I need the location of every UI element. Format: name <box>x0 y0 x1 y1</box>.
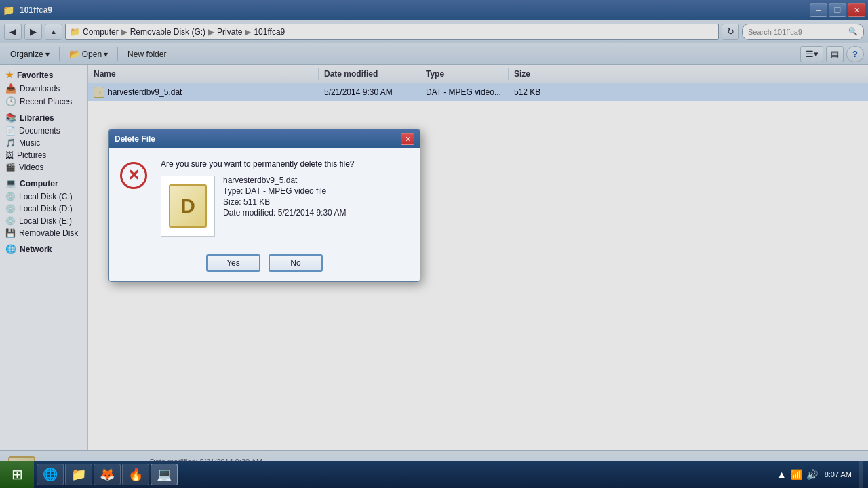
tray-arrow-icon[interactable]: ▲ <box>777 469 787 480</box>
computer-label: Computer <box>20 179 58 188</box>
column-header-type[interactable]: Type <box>420 68 509 80</box>
preview-pane-button[interactable]: ▤ <box>826 46 844 62</box>
file-row[interactable]: D harvesterdbv9_5.dat 5/21/2014 9:30 AM … <box>88 83 868 101</box>
sidebar-item-removable[interactable]: 💾 Removable Disk <box>0 227 87 239</box>
file-name-cell[interactable]: D harvesterdbv9_5.dat <box>88 85 319 99</box>
taskbar-explorer-item[interactable]: 💻 <box>151 464 178 485</box>
tray-network-icon[interactable]: 📶 <box>791 469 802 480</box>
show-desktop-button[interactable] <box>859 461 863 488</box>
sidebar-item-local-d[interactable]: 💿 Local Disk (D:) <box>0 203 87 215</box>
no-button[interactable]: No <box>269 254 323 272</box>
up-button[interactable]: ▲ <box>45 24 62 40</box>
sidebar: ★ Favorites 📥 Downloads 🕓 Recent Places … <box>0 65 88 450</box>
sidebar-item-downloads[interactable]: 📥 Downloads <box>0 82 87 95</box>
tray-volume-icon[interactable]: 🔊 <box>806 469 818 480</box>
taskbar-ie-icon[interactable]: 🌐 <box>37 464 64 485</box>
forward-button[interactable]: ▶ <box>24 24 42 40</box>
search-icon[interactable]: 🔍 <box>848 27 858 36</box>
sidebar-item-music[interactable]: 🎵 Music <box>0 137 87 149</box>
title-bar-left: 📁 101ffca9 <box>3 5 52 16</box>
path-part-computer[interactable]: Computer <box>83 27 119 37</box>
back-button[interactable]: ◀ <box>4 24 22 40</box>
sidebar-item-pictures[interactable]: 🖼 Pictures <box>0 149 87 161</box>
sidebar-item-local-c[interactable]: 💿 Local Disk (C:) <box>0 190 87 203</box>
file-details: harvesterdbv9_5.dat Type: DAT - MPEG vid… <box>223 176 346 218</box>
sidebar-item-recent[interactable]: 🕓 Recent Places <box>0 95 87 108</box>
window-close-button[interactable]: ✕ <box>848 3 865 17</box>
start-button[interactable]: ⊞ <box>0 461 34 488</box>
path-part-removable[interactable]: Removable Disk (G:) <box>130 27 205 37</box>
favorites-section: ★ Favorites 📥 Downloads 🕓 Recent Places <box>0 68 87 108</box>
column-header-name[interactable]: Name <box>88 68 319 80</box>
sidebar-item-local-e[interactable]: 💿 Local Disk (E:) <box>0 215 87 227</box>
title-bar: 📁 101ffca9 ─ ❐ ✕ <box>0 0 868 20</box>
sidebar-item-local-d-label: Local Disk (D:) <box>19 204 73 214</box>
restore-button[interactable]: ❐ <box>829 3 846 17</box>
open-button[interactable]: 📂 Open ▾ <box>63 46 114 62</box>
folder-icon: 📁 <box>3 5 14 16</box>
dialog-title: Delete File <box>115 134 155 144</box>
computer-header[interactable]: 💻 Computer <box>0 176 87 190</box>
dialog-filename: harvesterdbv9_5.dat <box>223 176 346 185</box>
refresh-button[interactable]: ↻ <box>722 24 739 40</box>
path-sep-2: ▶ <box>208 27 214 37</box>
taskbar: ⊞ 🌐 📁 🦊 🔥 💻 ▲ 📶 🔊 8:07 AM <box>0 461 868 488</box>
preview-icon: D <box>161 176 215 237</box>
column-header-date[interactable]: Date modified <box>319 68 420 80</box>
computer-icon: 💻 <box>5 178 16 188</box>
view-options-button[interactable]: ☰▾ <box>800 46 823 62</box>
window-title: 101ffca9 <box>20 5 52 15</box>
sidebar-item-recent-label: Recent Places <box>20 97 72 106</box>
address-path[interactable]: 📁 Computer ▶ Removable Disk (G:) ▶ Priva… <box>65 24 719 40</box>
network-icon: 🌐 <box>5 244 16 254</box>
sidebar-item-pictures-label: Pictures <box>17 150 46 160</box>
documents-icon: 📄 <box>5 126 16 136</box>
dialog-content: Are you sure you want to permanently del… <box>161 159 409 237</box>
sidebar-item-documents[interactable]: 📄 Documents <box>0 125 87 137</box>
sidebar-item-videos[interactable]: 🎬 Videos <box>0 161 87 174</box>
dat-file-icon: D <box>94 87 104 98</box>
file-list-header: Name Date modified Type Size <box>88 65 868 83</box>
favorites-header[interactable]: ★ Favorites <box>0 68 87 82</box>
libraries-header[interactable]: 📚 Libraries <box>0 110 87 125</box>
open-arrow-icon: ▾ <box>104 49 108 59</box>
network-section: 🌐 Network <box>0 242 87 256</box>
removable-icon: 💾 <box>5 228 16 238</box>
path-folder-icon: 📁 <box>70 27 80 37</box>
network-header[interactable]: 🌐 Network <box>0 242 87 256</box>
sidebar-item-documents-label: Documents <box>19 126 60 136</box>
toolbar-separator-1 <box>59 47 60 61</box>
dialog-file-size: Size: 511 KB <box>223 197 346 207</box>
path-part-folder[interactable]: 101ffca9 <box>254 27 285 37</box>
x-circle-icon: ✕ <box>120 162 147 189</box>
address-bar: ◀ ▶ ▲ 📁 Computer ▶ Removable Disk (G:) ▶… <box>0 20 868 43</box>
taskbar-folder-icon[interactable]: 📁 <box>65 464 92 485</box>
toolbar: Organize ▾ 📂 Open ▾ New folder ☰▾ ▤ ? <box>0 43 868 65</box>
path-sep-1: ▶ <box>121 27 127 37</box>
path-part-private[interactable]: Private <box>217 27 242 37</box>
dialog-file-type: Type: DAT - MPEG video file <box>223 186 346 196</box>
taskbar-app4-icon[interactable]: 🔥 <box>122 464 149 485</box>
help-button[interactable]: ? <box>846 46 864 62</box>
new-folder-button[interactable]: New folder <box>121 46 172 62</box>
minimize-button[interactable]: ─ <box>810 3 827 17</box>
search-box[interactable]: Search 101ffca9 🔍 <box>742 24 864 40</box>
recent-folder-icon: 🕓 <box>5 96 16 106</box>
column-header-size[interactable]: Size <box>509 68 563 80</box>
file-date-cell: 5/21/2014 9:30 AM <box>319 86 420 98</box>
yes-button[interactable]: Yes <box>206 254 260 272</box>
dialog-file-preview: D harvesterdbv9_5.dat Type: DAT - MPEG v… <box>161 176 409 237</box>
taskbar-firefox-icon[interactable]: 🦊 <box>94 464 121 485</box>
dialog-close-button[interactable]: ✕ <box>401 133 414 145</box>
videos-icon: 🎬 <box>5 163 16 172</box>
sidebar-item-local-c-label: Local Disk (C:) <box>19 192 73 201</box>
sidebar-item-removable-label: Removable Disk <box>19 228 78 238</box>
drive-c-icon: 💿 <box>5 192 16 201</box>
libraries-section: 📚 Libraries 📄 Documents 🎵 Music 🖼 Pictur… <box>0 110 87 174</box>
computer-section: 💻 Computer 💿 Local Disk (C:) 💿 Local Dis… <box>0 176 87 239</box>
dat-preview-icon: D <box>169 184 207 228</box>
sidebar-item-music-label: Music <box>19 138 40 148</box>
dialog-titlebar: Delete File ✕ <box>109 129 420 148</box>
organize-button[interactable]: Organize ▾ <box>4 46 56 62</box>
system-clock[interactable]: 8:07 AM <box>822 470 854 479</box>
